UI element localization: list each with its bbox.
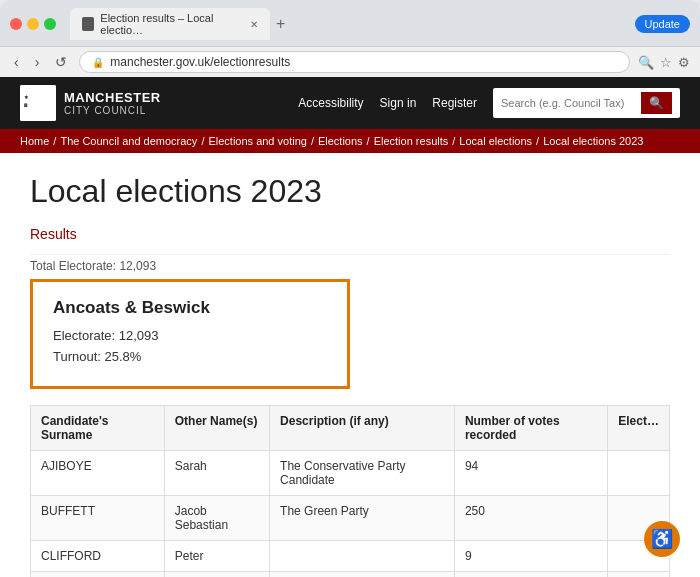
cell-surname: AJIBOYE [31, 451, 165, 496]
cell-surname: CLIFFORD [31, 541, 165, 572]
address-text: manchester.gov.uk/electionresults [110, 55, 290, 69]
svg-text:🏛: 🏛 [24, 103, 28, 108]
cell-surname: BUFFETT [31, 496, 165, 541]
breadcrumb-sep-1: / [53, 135, 56, 147]
traffic-light-green[interactable] [44, 18, 56, 30]
col-description: Description (if any) [270, 406, 455, 451]
browser-titlebar: Election results – Local electio… ✕ + Up… [0, 0, 700, 46]
cell-votes: 9 [454, 541, 607, 572]
sign-in-link[interactable]: Sign in [380, 96, 417, 110]
table-row: BUFFETT Jacob Sebastian The Green Party … [31, 496, 670, 541]
ward-turnout: Turnout: 25.8% [53, 349, 327, 364]
table-row: CLIFFORD Peter 9 [31, 541, 670, 572]
active-tab[interactable]: Election results – Local electio… ✕ [70, 8, 270, 40]
breadcrumb-bar: Home / The Council and democracy / Elect… [0, 129, 700, 153]
logo-title: MANCHESTER [64, 90, 161, 106]
col-surname: Candidate's Surname [31, 406, 165, 451]
cell-description: Labour Party [270, 572, 455, 578]
table-row: AJIBOYE Sarah The Conservative Party Can… [31, 451, 670, 496]
search-button[interactable]: 🔍 [641, 92, 672, 114]
ward-card: Ancoats & Beswick Electorate: 12,093 Tur… [30, 279, 350, 389]
breadcrumb-sep-3: / [311, 135, 314, 147]
tab-close-icon[interactable]: ✕ [250, 19, 258, 30]
breadcrumb-election-results[interactable]: Election results [374, 135, 449, 147]
breadcrumb-sep-5: / [452, 135, 455, 147]
cell-elected [608, 451, 670, 496]
breadcrumb-sep-4: / [367, 135, 370, 147]
site-header: ⚜ 🏛 MANCHESTER CITY COUNCIL Accessibilit… [0, 77, 700, 129]
header-search[interactable]: 🔍 [493, 88, 680, 118]
cell-votes: 94 [454, 451, 607, 496]
tab-favicon [82, 17, 94, 31]
cell-surname: DAR [31, 572, 165, 578]
website: ⚜ 🏛 MANCHESTER CITY COUNCIL Accessibilit… [0, 77, 700, 577]
new-tab-button[interactable]: + [276, 15, 285, 33]
update-button[interactable]: Update [635, 15, 690, 33]
logo-area: ⚜ 🏛 MANCHESTER CITY COUNCIL [20, 85, 161, 121]
accessibility-button[interactable]: ♿ [644, 521, 680, 557]
forward-button[interactable]: › [31, 52, 44, 72]
header-nav: Accessibility Sign in Register 🔍 [298, 88, 680, 118]
browser-chrome: Election results – Local electio… ✕ + Up… [0, 0, 700, 77]
cell-other-names: Sarah [164, 451, 269, 496]
address-icons: 🔍 ☆ ⚙ [638, 55, 690, 70]
logo-subtitle: CITY COUNCIL [64, 105, 161, 116]
extensions-icon[interactable]: ⚙ [678, 55, 690, 70]
breadcrumb-elections-voting[interactable]: Elections and voting [208, 135, 306, 147]
address-bar[interactable]: 🔒 manchester.gov.uk/electionresults [79, 51, 630, 73]
table-header-row: Candidate's Surname Other Name(s) Descri… [31, 406, 670, 451]
accessibility-link[interactable]: Accessibility [298, 96, 363, 110]
breadcrumb-sep-6: / [536, 135, 539, 147]
refresh-button[interactable]: ↺ [51, 52, 71, 72]
council-logo: ⚜ 🏛 [20, 85, 56, 121]
cell-description: The Green Party [270, 496, 455, 541]
breadcrumb-current: Local elections 2023 [543, 135, 643, 147]
results-link[interactable]: Results [30, 226, 670, 242]
breadcrumb-elections[interactable]: Elections [318, 135, 363, 147]
breadcrumb-home[interactable]: Home [20, 135, 49, 147]
table-row: DAR Mohammed Labour Party 1,208 [31, 572, 670, 578]
tab-bar: Election results – Local electio… ✕ + [70, 8, 629, 40]
col-other-names: Other Name(s) [164, 406, 269, 451]
star-icon[interactable]: ☆ [660, 55, 672, 70]
col-elected: Elect… [608, 406, 670, 451]
results-table: Candidate's Surname Other Name(s) Descri… [30, 405, 670, 577]
main-content: Local elections 2023 Results Total Elect… [0, 153, 700, 577]
lock-icon: 🔒 [92, 57, 104, 68]
cell-other-names: Peter [164, 541, 269, 572]
traffic-lights [10, 18, 56, 30]
traffic-light-red[interactable] [10, 18, 22, 30]
search-input[interactable] [501, 97, 641, 109]
cell-elected [608, 572, 670, 578]
cell-description [270, 541, 455, 572]
cell-other-names: Mohammed [164, 572, 269, 578]
breadcrumb-sep-2: / [201, 135, 204, 147]
breadcrumb-council[interactable]: The Council and democracy [60, 135, 197, 147]
tab-label: Election results – Local electio… [100, 12, 240, 36]
back-button[interactable]: ‹ [10, 52, 23, 72]
cell-votes: 250 [454, 496, 607, 541]
logo-text: MANCHESTER CITY COUNCIL [64, 90, 161, 117]
cell-description: The Conservative Party Candidate [270, 451, 455, 496]
register-link[interactable]: Register [432, 96, 477, 110]
electorate-note: Total Electorate: 12,093 [30, 254, 670, 273]
search-icon[interactable]: 🔍 [638, 55, 654, 70]
cell-votes: 1,208 [454, 572, 607, 578]
page-title: Local elections 2023 [30, 173, 670, 210]
browser-addressbar: ‹ › ↺ 🔒 manchester.gov.uk/electionresult… [0, 46, 700, 77]
traffic-light-yellow[interactable] [27, 18, 39, 30]
ward-electorate: Electorate: 12,093 [53, 328, 327, 343]
ward-title: Ancoats & Beswick [53, 298, 327, 318]
breadcrumb-local-elections[interactable]: Local elections [459, 135, 532, 147]
col-votes: Number of votes recorded [454, 406, 607, 451]
accessibility-icon: ♿ [651, 528, 673, 550]
cell-other-names: Jacob Sebastian [164, 496, 269, 541]
